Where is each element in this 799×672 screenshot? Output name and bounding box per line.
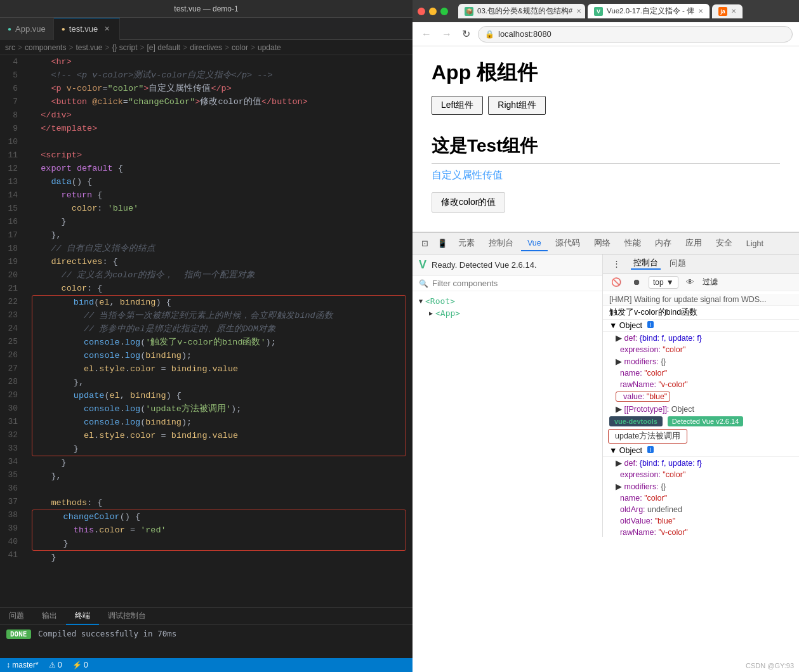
filter-label: 过滤 xyxy=(703,277,718,287)
test-component-area: 这是Test组件 自定义属性传值 修改color的值 xyxy=(432,128,780,219)
update-method-badge: update方法被调用 xyxy=(608,429,687,444)
obj-value-blue: value: "blue" xyxy=(603,390,799,403)
highlighted-value-blue: value: "blue" xyxy=(616,392,670,402)
obj-expression: expression: "color" xyxy=(603,344,799,355)
console-badge-line-1: vue-devtools Detected Vue v2.6.14 xyxy=(603,415,799,428)
devtools-tab-memory[interactable]: 内存 xyxy=(649,235,678,251)
devtools-tab-console[interactable]: 控制台 xyxy=(482,235,520,251)
console-tab-main[interactable]: 控制台 xyxy=(631,258,661,270)
terminal-area: DONE Compiled successfully in 70ms xyxy=(0,625,413,658)
right-component-button[interactable]: Right组件 xyxy=(488,96,546,115)
bottom-tab-terminal[interactable]: 终端 xyxy=(66,607,99,625)
custom-attr-text: 自定义属性传值 xyxy=(432,169,780,182)
obj2-rawname: rawName: "v-color" xyxy=(603,527,799,537)
browser-tab-1[interactable]: 📦 03.包的分类&规范的包结构# ✕ xyxy=(458,4,585,18)
devtools-tabs-bar: ⊡ 📱 元素 控制台 Vue 源代码 网络 性能 内存 应用 安全 Light xyxy=(413,233,799,254)
devtools-tab-sources[interactable]: 源代码 xyxy=(549,235,586,251)
code-line: // 形参中的el是绑定此指定的、原生的DOM对象 xyxy=(32,322,406,336)
code-line: // 自有自定义指令的结点 xyxy=(30,242,407,255)
obj-info-badge-2: i xyxy=(647,446,654,453)
code-line: // 定义名为color的指令， 指向一个配置对象 xyxy=(30,268,407,282)
code-line: return { xyxy=(30,188,407,202)
breadcrumb: src > components > test.vue > {} script … xyxy=(0,40,413,55)
clear-console-icon[interactable]: 🚫 xyxy=(608,274,624,291)
browser-tab-2[interactable]: V Vue2.0-17.自定义指令 - 俾 ✕ xyxy=(588,4,710,18)
webpage-area: App 根组件 Left组件 Right组件 这是Test组件 自定义属性传值 … xyxy=(413,46,799,232)
code-line: </template> xyxy=(30,122,407,135)
bottom-tab-debug[interactable]: 调试控制台 xyxy=(99,607,155,625)
devtools-tab-elements[interactable]: 元素 xyxy=(452,235,481,251)
devtools-tab-performance[interactable]: 性能 xyxy=(618,235,647,251)
url-text: localhost:8080 xyxy=(498,29,551,39)
tab-favicon-2: V xyxy=(594,7,603,16)
eye-icon[interactable]: 👁 xyxy=(682,274,699,291)
tab-close-button[interactable]: ✕ xyxy=(102,24,112,34)
code-line: } xyxy=(30,551,407,564)
code-line: }, xyxy=(32,376,406,389)
console-options-icon[interactable]: ⋮ xyxy=(608,256,624,272)
tab-label-app-vue: App.vue xyxy=(15,24,46,34)
component-tree: ▼ <Root> ▶ <App> xyxy=(413,291,602,323)
app-root-title: App 根组件 xyxy=(432,59,780,87)
tab-test-vue[interactable]: ● test.vue ✕ xyxy=(54,18,121,40)
vue-panel-left: V Ready. Detected Vue 2.6.14. 🔍 ▼ <Root> xyxy=(413,254,603,537)
context-selector[interactable]: top ▼ xyxy=(649,276,678,289)
stop-recording-icon[interactable]: ⏺ xyxy=(628,274,645,291)
bc-update: update xyxy=(258,43,281,52)
browser-tab-close-3[interactable]: ✕ xyxy=(731,8,736,15)
tab-app-vue[interactable]: ● App.vue xyxy=(0,18,54,40)
code-line: color: 'blue' xyxy=(30,202,407,215)
url-bar[interactable]: 🔒 localhost:8080 xyxy=(478,26,793,43)
devtools-tab-network[interactable]: 网络 xyxy=(588,235,617,251)
devtools-device-icon[interactable]: 📱 xyxy=(434,235,451,252)
line-numbers: 4 5 6 7 8 9 10 11 12 13 14 15 16 17 18 1… xyxy=(0,55,25,607)
code-line: export default { xyxy=(30,162,407,175)
bottom-tab-problems[interactable]: 问题 xyxy=(0,607,33,625)
devtools-tab-security[interactable]: 安全 xyxy=(710,235,739,251)
traffic-light-yellow[interactable] xyxy=(429,8,437,15)
bottom-tab-output[interactable]: 输出 xyxy=(33,607,66,625)
bc-src: src xyxy=(5,43,15,52)
browser-nav: ← → ↻ 🔒 localhost:8080 xyxy=(413,22,799,46)
obj2-modifiers: ▶ modifiers: {} xyxy=(603,480,799,492)
obj-info-badge: i xyxy=(647,321,654,328)
filter-components-input[interactable] xyxy=(432,279,596,288)
app-vue-icon: ● xyxy=(8,25,11,32)
tree-item-root[interactable]: ▼ <Root> xyxy=(419,295,596,307)
console-line-bind: 触发了v-color的bind函数 xyxy=(603,306,799,320)
browser-tab-3[interactable]: ja ✕ xyxy=(712,4,743,18)
traffic-light-red[interactable] xyxy=(418,8,425,15)
code-line xyxy=(30,135,407,148)
devtools-panel: ⊡ 📱 元素 控制台 Vue 源代码 网络 性能 内存 应用 安全 Light … xyxy=(413,232,799,537)
modify-color-button[interactable]: 修改color的值 xyxy=(432,192,505,213)
forward-button[interactable]: → xyxy=(439,27,454,41)
tab-label-test-vue: test.vue xyxy=(69,24,98,34)
devtools-tab-application[interactable]: 应用 xyxy=(679,235,708,251)
refresh-button[interactable]: ↻ xyxy=(459,27,473,41)
code-editor[interactable]: 4 5 6 7 8 9 10 11 12 13 14 15 16 17 18 1… xyxy=(0,55,413,607)
browser-content: App 根组件 Left组件 Right组件 这是Test组件 自定义属性传值 … xyxy=(413,46,799,672)
back-button[interactable]: ← xyxy=(419,27,434,41)
devtools-tab-light[interactable]: Light xyxy=(740,237,770,251)
devtools-tab-vue[interactable]: Vue xyxy=(521,236,548,251)
tree-item-app[interactable]: ▶ <App> xyxy=(419,307,596,319)
filter-components-bar: 🔍 xyxy=(413,276,602,291)
code-line: }, xyxy=(30,228,407,242)
divider xyxy=(432,163,780,164)
left-component-button[interactable]: Left组件 xyxy=(432,96,483,115)
browser-tab-close-1[interactable]: ✕ xyxy=(576,8,581,15)
code-line: el.style.color = binding.value xyxy=(32,429,406,442)
browser-tab-label-1: 03.包的分类&规范的包结构# xyxy=(477,6,572,16)
change-color-box: changeColor() { this.color = 'red' } xyxy=(32,510,406,551)
obj2-oldarg: oldArg: undefined xyxy=(603,504,799,515)
traffic-light-green[interactable] xyxy=(440,8,448,15)
editor-tabs: ● App.vue ● test.vue ✕ xyxy=(0,18,413,40)
devtools-inspect-icon[interactable]: ⊡ xyxy=(416,235,433,252)
console-toolbar: 🚫 ⏺ top ▼ 👁 过滤 xyxy=(603,273,799,291)
console-tab-issues[interactable]: 问题 xyxy=(667,258,689,269)
browser-titlebar: 📦 03.包的分类&规范的包结构# ✕ V Vue2.0-17.自定义指令 - … xyxy=(413,0,799,22)
browser-tab-close-2[interactable]: ✕ xyxy=(698,8,703,15)
code-line xyxy=(30,483,407,496)
code-line: <p v-color="color">自定义属性传值</p> xyxy=(30,82,407,95)
code-line: <script> xyxy=(30,148,407,162)
